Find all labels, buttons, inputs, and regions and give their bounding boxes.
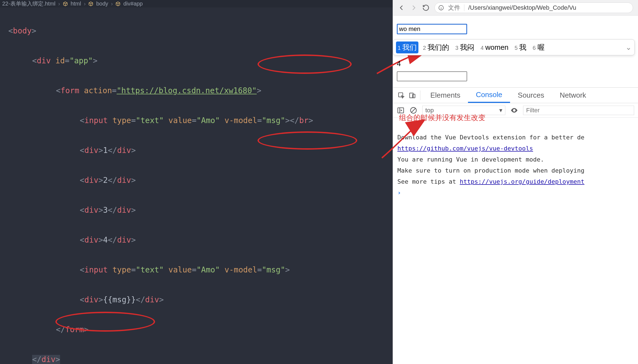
- tab-sources[interactable]: Sources: [510, 88, 552, 103]
- breadcrumb-item[interactable]: div#app: [123, 1, 143, 7]
- ime-candidate[interactable]: 3我闷: [454, 41, 476, 53]
- chevron-down-icon[interactable]: ⌄: [626, 43, 632, 52]
- browser-toolbar: 文件 /Users/xiangwei/Desktop/Web_Code/Vu: [393, 0, 638, 15]
- filter-input[interactable]: [523, 106, 634, 115]
- console-link[interactable]: https://vuejs.org/guide/deployment: [460, 178, 584, 185]
- devtools-tabbar: Elements Console Sources Network: [393, 88, 638, 103]
- ime-candidate[interactable]: 4women: [479, 42, 510, 53]
- tag-input: input: [84, 265, 108, 274]
- chevron-right-icon: ›: [84, 1, 86, 7]
- cube-icon: [63, 1, 68, 6]
- eye-icon[interactable]: [510, 106, 518, 114]
- divider: [420, 90, 420, 100]
- ime-candidate[interactable]: 1我们: [396, 41, 418, 53]
- breadcrumb-item[interactable]: html: [71, 1, 81, 7]
- console-link[interactable]: https://github.com/vuejs/vue-devtools: [397, 145, 533, 152]
- cube-icon: [115, 1, 120, 6]
- tab-network[interactable]: Network: [552, 88, 594, 103]
- ime-candidate-bar[interactable]: 1我们 2我们的 3我闷 4women 5我 6喔 ⌄: [393, 39, 635, 55]
- console-output[interactable]: Download the Vue Devtools extension for …: [393, 118, 638, 213]
- cube-icon: [88, 1, 93, 6]
- ime-candidate[interactable]: 6喔: [531, 41, 546, 53]
- tag-div: div: [37, 56, 51, 65]
- console-line: You are running Vue in development mode.: [397, 156, 544, 163]
- svg-rect-4: [398, 108, 404, 113]
- back-icon[interactable]: [398, 4, 405, 11]
- reload-icon[interactable]: [422, 4, 429, 11]
- breadcrumb-file[interactable]: 22-表单输入绑定.html: [2, 0, 55, 7]
- console-line: Make sure to turn on production mode whe…: [397, 167, 585, 174]
- url-scheme-label: 文件: [448, 4, 460, 12]
- svg-rect-1: [398, 93, 403, 97]
- ime-candidate[interactable]: 5我: [513, 41, 528, 53]
- url-separator: [464, 4, 464, 11]
- info-circle-icon: [438, 5, 444, 11]
- text-input-1[interactable]: [397, 24, 467, 34]
- tab-elements[interactable]: Elements: [423, 88, 468, 103]
- tag-body: body: [13, 26, 32, 35]
- breadcrumb-item[interactable]: body: [96, 1, 108, 7]
- ime-candidate[interactable]: 2我们的: [421, 41, 451, 53]
- chevron-right-icon: ›: [111, 1, 113, 7]
- devtools: Elements Console Sources Network top ▾ D…: [393, 87, 638, 364]
- code-editor: 22-表单输入绑定.html › html › body › div#app <…: [0, 0, 393, 364]
- tag-input: input: [84, 116, 108, 125]
- browser-window: 文件 /Users/xiangwei/Desktop/Web_Code/Vu 1…: [393, 0, 638, 364]
- url-path: /Users/xiangwei/Desktop/Web_Code/Vu: [468, 4, 576, 11]
- chevron-down-icon: ▾: [499, 107, 502, 114]
- console-line: See more tips at: [397, 178, 460, 185]
- forward-icon[interactable]: [410, 4, 417, 11]
- chevron-right-icon: ›: [58, 1, 60, 7]
- annotation-text: 组合的时候并没有发生改变: [399, 113, 485, 123]
- console-line: Download the Vue Devtools extension for …: [397, 134, 585, 141]
- tag-form: form: [61, 86, 79, 95]
- tab-console[interactable]: Console: [468, 88, 510, 103]
- inspect-icon[interactable]: [396, 88, 407, 103]
- console-prompt[interactable]: ›: [397, 189, 401, 196]
- code-area[interactable]: <body> <div id="app"> <form action="http…: [0, 7, 393, 364]
- device-toggle-icon[interactable]: [407, 88, 418, 103]
- url-bar[interactable]: 文件 /Users/xiangwei/Desktop/Web_Code/Vu: [434, 2, 633, 13]
- text-input-2[interactable]: [397, 71, 467, 81]
- page-content: 1我们 2我们的 3我闷 4women 5我 6喔 ⌄ 3 4 组合的时候并没有…: [393, 15, 638, 81]
- breadcrumb: 22-表单输入绑定.html › html › body › div#app: [0, 0, 393, 7]
